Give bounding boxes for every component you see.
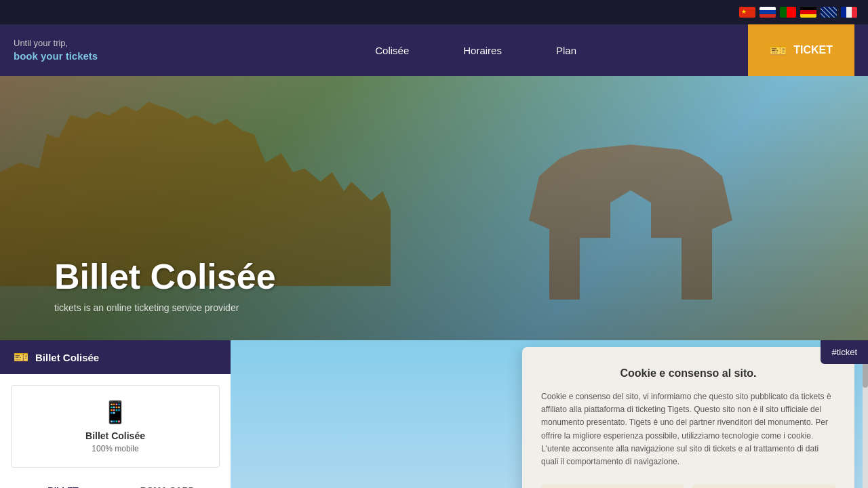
navbar-brand-line1: Until your trip, xyxy=(14,38,203,49)
cookie-accept-button[interactable]: Accettare xyxy=(541,485,684,488)
ticket-label: TICKET xyxy=(793,44,833,56)
cookie-buttons: Accettare Rifiuto xyxy=(541,485,835,488)
tab-billet[interactable]: BILLET xyxy=(11,479,115,488)
nav-plan[interactable]: Plan xyxy=(556,45,576,56)
cookie-reject-button[interactable]: Rifiuto xyxy=(692,485,835,488)
hero-content: Billet Colisée tickets is an online tick… xyxy=(54,256,276,313)
navbar: Until your trip, book your tickets Colis… xyxy=(0,24,868,76)
panel-header: 🎫 Billet Colisée xyxy=(0,340,231,374)
navbar-brand: Until your trip, book your tickets xyxy=(14,38,203,62)
cookie-text: Cookie e consenso del sito, vi informiam… xyxy=(541,390,835,468)
hero-title: Billet Colisée xyxy=(54,256,276,297)
ticket-button[interactable]: 🎫 TICKET xyxy=(748,24,854,76)
hero-section: Billet Colisée tickets is an online tick… xyxy=(0,76,868,340)
tabs-row: BILLET ROMA CARD xyxy=(11,479,220,488)
ticket-card-subtitle: 100% mobile xyxy=(25,444,205,453)
ticket-card-title: Billet Colisée xyxy=(25,430,205,441)
nav-horaires[interactable]: Horaires xyxy=(463,45,502,56)
flag-ru[interactable] xyxy=(760,7,776,18)
ticket-card: 📱 Billet Colisée 100% mobile xyxy=(11,385,220,468)
main-content: 🎫 Billet Colisée 📱 Billet Colisée 100% m… xyxy=(0,340,868,488)
navbar-brand-line2: book your tickets xyxy=(14,49,203,63)
left-panel: 🎫 Billet Colisée 📱 Billet Colisée 100% m… xyxy=(0,340,231,488)
panel-header-label: Billet Colisée xyxy=(35,352,99,363)
flag-cn[interactable] xyxy=(739,7,755,18)
panel-header-icon: 🎫 xyxy=(14,350,28,365)
flag-de[interactable] xyxy=(800,7,816,18)
hero-subtitle: tickets is an online ticketing service p… xyxy=(54,302,276,313)
language-bar xyxy=(0,0,868,24)
cookie-modal: Cookie e consenso al sito. Cookie e cons… xyxy=(522,347,854,488)
flag-pt[interactable] xyxy=(780,7,796,18)
mobile-icon: 📱 xyxy=(25,399,205,425)
floating-ticket-button[interactable]: #ticket xyxy=(821,340,868,364)
ticket-icon: 🎫 xyxy=(770,42,787,58)
cookie-title: Cookie e consenso al sito. xyxy=(541,367,835,380)
tab-roma-card[interactable]: ROMA CARD xyxy=(115,479,220,488)
nav-colisee[interactable]: Colisée xyxy=(375,45,409,56)
flag-fr[interactable] xyxy=(841,7,857,18)
flag-gb[interactable] xyxy=(821,7,837,18)
right-background: #ticket Cookie e consenso al sito. Cooki… xyxy=(231,340,868,488)
navbar-nav: Colisée Horaires Plan xyxy=(203,45,748,56)
